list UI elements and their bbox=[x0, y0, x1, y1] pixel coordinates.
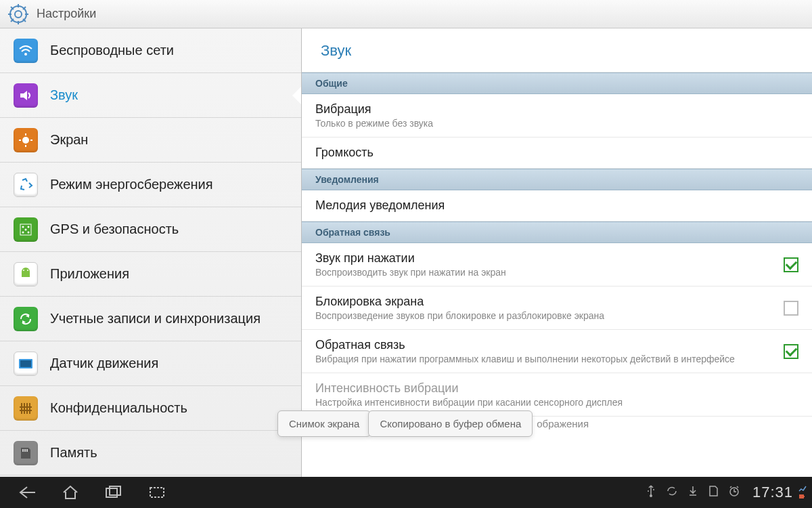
page-title: Настройки bbox=[37, 7, 96, 21]
sidebar-item-label: Конфиденциальность bbox=[50, 400, 187, 416]
svg-point-19 bbox=[28, 226, 30, 228]
toast-container: Снимок экрана Скопировано в буфер обмена… bbox=[277, 410, 589, 437]
svg-rect-34 bbox=[20, 410, 32, 411]
recycle-icon bbox=[14, 173, 38, 197]
svg-rect-43 bbox=[799, 494, 804, 499]
svg-rect-31 bbox=[26, 403, 28, 414]
sidebar-item-label: Режим энергосбережения bbox=[50, 177, 213, 192]
svg-rect-33 bbox=[20, 406, 32, 408]
content-header: Звук bbox=[302, 28, 812, 72]
toast-tail-text: ображения bbox=[537, 418, 589, 429]
row-title: Блокировка экрана bbox=[315, 295, 784, 309]
screenshot-button[interactable] bbox=[135, 477, 179, 508]
row-haptic-feedback[interactable]: Обратная связь Вибрация при нажатии прог… bbox=[302, 330, 812, 373]
toast-screenshot: Снимок экрана bbox=[277, 410, 371, 437]
apps-icon bbox=[14, 262, 38, 287]
sidebar-item-label: GPS и безопасность bbox=[50, 221, 179, 237]
row-subtitle: Только в режиме без звука bbox=[315, 118, 798, 129]
svg-point-23 bbox=[23, 270, 24, 271]
wifi-icon bbox=[14, 39, 38, 63]
svg-point-22 bbox=[25, 228, 27, 230]
svg-rect-40 bbox=[150, 488, 164, 497]
checkbox[interactable] bbox=[784, 344, 798, 359]
storage-icon bbox=[14, 441, 38, 465]
system-navbar: 17:31 bbox=[0, 477, 812, 508]
row-title: Интенсивность вибрации bbox=[315, 381, 798, 396]
checkbox[interactable] bbox=[784, 301, 798, 316]
svg-rect-32 bbox=[29, 403, 30, 414]
clock[interactable]: 17:31 bbox=[752, 484, 793, 501]
usb-icon bbox=[646, 484, 656, 501]
signal-battery-icons bbox=[798, 485, 807, 500]
sdcard-icon bbox=[708, 485, 719, 500]
sync-status-icon bbox=[666, 485, 678, 500]
row-volume[interactable]: Громкость bbox=[302, 137, 812, 169]
sidebar-item-privacy[interactable]: Конфиденциальность bbox=[0, 386, 301, 431]
svg-rect-38 bbox=[106, 488, 117, 497]
checkbox[interactable] bbox=[784, 257, 798, 272]
sidebar-item-label: Память bbox=[50, 445, 97, 461]
home-button[interactable] bbox=[49, 477, 92, 508]
toast-clipboard: Скопировано в буфер обмена bbox=[368, 410, 533, 437]
sidebar-item-power-saving[interactable]: Режим энергосбережения bbox=[0, 163, 301, 207]
row-notification-sound[interactable]: Мелодия уведомления bbox=[302, 190, 812, 221]
row-title: Звук при нажатии bbox=[315, 251, 784, 266]
svg-rect-36 bbox=[24, 449, 26, 452]
svg-point-20 bbox=[22, 231, 24, 233]
section-header-feedback: Обратная связь bbox=[302, 221, 812, 243]
sidebar-item-label: Экран bbox=[50, 132, 88, 148]
svg-point-41 bbox=[650, 494, 652, 497]
row-subtitle: Настройка интенсивности вибрации при кас… bbox=[315, 397, 798, 408]
back-button[interactable] bbox=[5, 477, 49, 508]
svg-point-21 bbox=[28, 231, 30, 233]
svg-rect-29 bbox=[21, 403, 22, 414]
recent-apps-button[interactable] bbox=[92, 477, 135, 508]
sidebar: Беспроводные сети Звук Экран Режим энерг… bbox=[0, 28, 302, 477]
download-icon bbox=[687, 485, 698, 500]
sidebar-item-apps[interactable]: Приложения bbox=[0, 252, 301, 297]
svg-rect-28 bbox=[20, 360, 31, 367]
row-title: Обратная связь bbox=[315, 338, 784, 352]
sync-icon bbox=[14, 307, 38, 331]
gps-icon bbox=[14, 217, 38, 242]
sidebar-item-label: Звук bbox=[50, 87, 78, 103]
sidebar-item-wireless[interactable]: Беспроводные сети bbox=[0, 28, 301, 73]
svg-rect-39 bbox=[110, 486, 120, 495]
svg-rect-37 bbox=[26, 449, 28, 452]
sidebar-item-motion[interactable]: Датчик движения bbox=[0, 341, 301, 386]
sidebar-item-storage[interactable]: Память bbox=[0, 431, 301, 475]
sidebar-item-gps-security[interactable]: GPS и безопасность bbox=[0, 207, 301, 252]
sidebar-item-sound[interactable]: Звук bbox=[0, 73, 301, 118]
section-header-notifications: Уведомления bbox=[302, 169, 812, 190]
svg-rect-35 bbox=[22, 449, 24, 452]
svg-point-18 bbox=[22, 226, 24, 228]
motion-icon bbox=[14, 352, 38, 376]
svg-point-1 bbox=[15, 11, 22, 18]
row-title: Мелодия уведомления bbox=[315, 198, 798, 213]
sidebar-item-display[interactable]: Экран bbox=[0, 118, 301, 163]
svg-point-10 bbox=[24, 53, 27, 56]
sidebar-item-label: Приложения bbox=[50, 266, 129, 282]
content-panel: Звук Общие Вибрация Только в режиме без … bbox=[302, 28, 812, 477]
settings-gear-icon bbox=[8, 4, 28, 24]
svg-rect-44 bbox=[804, 496, 805, 497]
svg-rect-30 bbox=[24, 403, 25, 414]
alarm-icon bbox=[728, 485, 740, 500]
row-title: Громкость bbox=[315, 146, 798, 160]
row-subtitle: Вибрация при нажатии программных клавиш … bbox=[315, 354, 784, 364]
sidebar-item-label: Учетные записи и синхронизация bbox=[50, 311, 261, 326]
row-vibration[interactable]: Вибрация Только в режиме без звука bbox=[302, 94, 812, 137]
sound-icon bbox=[14, 83, 38, 108]
titlebar: Настройки bbox=[0, 0, 812, 28]
sidebar-item-label: Датчик движения bbox=[50, 356, 158, 371]
row-subtitle: Воспроизведение звуков при блокировке и … bbox=[315, 310, 784, 321]
row-touch-sounds[interactable]: Звук при нажатии Воспроизводить звук при… bbox=[302, 243, 812, 287]
row-screen-lock-sound[interactable]: Блокировка экрана Воспроизведение звуков… bbox=[302, 287, 812, 330]
status-icons[interactable] bbox=[646, 484, 740, 501]
svg-marker-11 bbox=[20, 91, 27, 100]
svg-point-12 bbox=[22, 137, 29, 144]
svg-point-24 bbox=[27, 270, 28, 271]
sidebar-item-label: Беспроводные сети bbox=[50, 43, 174, 58]
sidebar-item-accounts-sync[interactable]: Учетные записи и синхронизация bbox=[0, 297, 301, 341]
row-subtitle: Воспроизводить звук при нажатии на экран bbox=[315, 267, 784, 278]
